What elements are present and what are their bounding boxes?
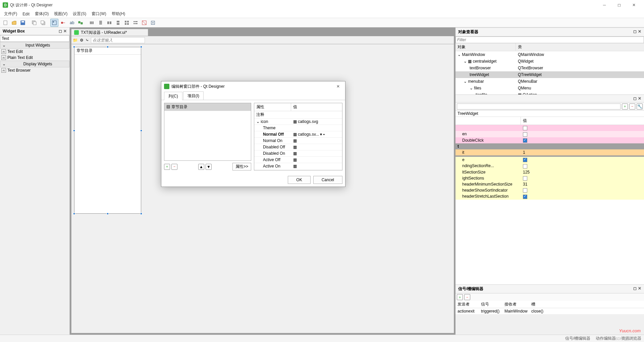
widget-section-input[interactable]: ⌄Input Widgets bbox=[0, 42, 69, 49]
layout-vsplit-icon[interactable] bbox=[114, 19, 122, 27]
bring-front-icon[interactable] bbox=[39, 19, 47, 27]
menu-edit[interactable]: Edit bbox=[20, 11, 32, 17]
property-row[interactable]: it1 bbox=[455, 149, 644, 155]
tab-columns[interactable]: 列(C) bbox=[164, 92, 182, 100]
layout-h-icon[interactable] bbox=[88, 19, 96, 27]
dialog-property-row[interactable]: 注释 bbox=[254, 111, 342, 119]
properties-toggle-button[interactable]: 属性>> bbox=[232, 163, 251, 170]
property-row[interactable]: DoubleClick bbox=[455, 137, 644, 143]
layout-hsplit-icon[interactable] bbox=[105, 19, 113, 27]
open-icon[interactable] bbox=[10, 19, 18, 27]
dialog-property-row[interactable]: Theme bbox=[254, 125, 342, 131]
dialog-property-table[interactable]: 属性 值 注释⌄ icon▦ catlogs.svgThemeNormal Of… bbox=[254, 103, 342, 170]
adjust-size-icon[interactable] bbox=[149, 19, 157, 27]
form-input[interactable] bbox=[91, 37, 145, 43]
dialog-property-row[interactable]: Normal Off▦ catlogs.sv... ▾ ▪ bbox=[254, 131, 342, 138]
menu-view[interactable]: 视图(V) bbox=[51, 10, 70, 17]
move-down-icon[interactable]: ▼ bbox=[206, 164, 212, 170]
layout-v-icon[interactable] bbox=[97, 19, 105, 27]
property-row[interactable]: ightSections bbox=[455, 175, 644, 181]
dock-float-icon[interactable]: ◻ bbox=[59, 29, 62, 33]
dock-float-icon[interactable]: ◻ bbox=[633, 29, 637, 35]
status-signal[interactable]: 信号/槽编辑器 bbox=[565, 336, 590, 341]
checkbox[interactable] bbox=[523, 188, 527, 193]
treewidget-on-canvas[interactable]: 章节目录 bbox=[74, 47, 141, 214]
object-row[interactable]: tionfile▦ QAction bbox=[455, 91, 644, 94]
signal-row[interactable]: actionexit triggered() MainWindow close(… bbox=[455, 308, 644, 314]
property-row[interactable]: e bbox=[455, 157, 644, 163]
dock-close-icon[interactable]: ✕ bbox=[638, 286, 641, 292]
exit-icon[interactable]: ⤷ bbox=[86, 38, 89, 43]
menu-window[interactable]: 窗口(W) bbox=[89, 10, 109, 17]
tab-items[interactable]: 项目(I) bbox=[183, 91, 204, 100]
menu-settings[interactable]: 设置(S) bbox=[70, 10, 89, 17]
layout-form-icon[interactable] bbox=[131, 19, 140, 27]
object-filter[interactable] bbox=[455, 37, 644, 43]
break-layout-icon[interactable] bbox=[140, 19, 148, 27]
cancel-button[interactable]: Cancel bbox=[313, 176, 342, 184]
property-filter[interactable] bbox=[457, 104, 621, 110]
dock-close-icon[interactable]: ✕ bbox=[63, 29, 67, 33]
dialog-close-icon[interactable]: ✕ bbox=[334, 83, 342, 89]
widget-section-display[interactable]: ⌄Display Widgets bbox=[0, 61, 69, 67]
gear-icon[interactable]: ⚙ bbox=[80, 38, 84, 43]
property-row[interactable]: headerShowSortIndicator bbox=[455, 187, 644, 193]
checkbox[interactable] bbox=[523, 176, 527, 181]
send-back-icon[interactable] bbox=[30, 19, 38, 27]
column-list-item[interactable]: ▤章节目录 bbox=[164, 103, 251, 111]
remove-signal-icon[interactable]: － bbox=[464, 294, 470, 300]
add-column-icon[interactable]: ＋ bbox=[164, 164, 170, 170]
edit-signals-icon[interactable] bbox=[59, 19, 67, 27]
object-row[interactable]: ⌄ ▦ centralwidgetQWidget bbox=[455, 58, 644, 65]
widget-item-textbrowser[interactable]: AIText Browser bbox=[0, 67, 69, 73]
ok-button[interactable]: OK bbox=[288, 176, 310, 184]
dialog-property-row[interactable]: Active Off▦ bbox=[254, 157, 342, 163]
menu-file[interactable]: 文件(F) bbox=[1, 10, 20, 17]
dialog-property-row[interactable]: Disabled On▦ bbox=[254, 150, 342, 157]
checkbox[interactable] bbox=[523, 158, 527, 162]
add-signal-icon[interactable]: ＋ bbox=[457, 294, 463, 300]
dock-float-icon[interactable]: ◻ bbox=[633, 286, 637, 292]
move-up-icon[interactable]: ▲ bbox=[198, 164, 204, 170]
close-button[interactable]: ✕ bbox=[627, 0, 641, 10]
object-row[interactable]: treeWidgetQTreeWidget bbox=[455, 71, 644, 78]
dock-float-icon[interactable]: ◻ bbox=[633, 96, 637, 101]
checkbox[interactable] bbox=[523, 132, 527, 137]
remove-column-icon[interactable]: － bbox=[171, 164, 177, 170]
widget-box-filter[interactable] bbox=[0, 35, 69, 42]
dock-close-icon[interactable]: ✕ bbox=[638, 96, 641, 101]
new-icon[interactable] bbox=[1, 19, 9, 27]
checkbox[interactable] bbox=[523, 195, 527, 199]
remove-prop-icon[interactable]: － bbox=[629, 104, 635, 110]
object-row[interactable]: ⌄ filesQMenu bbox=[455, 85, 644, 91]
dialog-property-row[interactable]: Active On▦ bbox=[254, 163, 342, 169]
column-list[interactable]: ▤章节目录 bbox=[164, 103, 251, 161]
widget-item-plaintextedit[interactable]: AIPlain Text Edit bbox=[0, 55, 69, 61]
property-row[interactable] bbox=[455, 125, 644, 131]
dialog-property-row[interactable]: ⌄ icon▦ catlogs.svg bbox=[254, 119, 342, 125]
add-prop-icon[interactable]: ＋ bbox=[622, 104, 628, 110]
property-row[interactable]: ltSectionSize125 bbox=[455, 169, 644, 175]
save-icon[interactable] bbox=[19, 19, 27, 27]
checkbox[interactable] bbox=[523, 164, 527, 168]
property-row[interactable]: headerMinimumSectionSize31 bbox=[455, 181, 644, 187]
object-row[interactable]: textBrowserQTextBrowser bbox=[455, 65, 644, 71]
property-row[interactable]: en bbox=[455, 131, 644, 137]
edit-tab-order-icon[interactable] bbox=[76, 19, 85, 27]
dialog-property-row[interactable]: Normal On▦ bbox=[254, 138, 342, 144]
config-prop-icon[interactable]: 🔧 bbox=[637, 104, 643, 110]
checkbox[interactable] bbox=[523, 138, 527, 143]
mdi-tab[interactable]: TXT阅读器 - UIReader.ui* bbox=[71, 29, 148, 36]
dock-close-icon[interactable]: ✕ bbox=[638, 29, 641, 35]
property-row[interactable]: headerStretchLastSection bbox=[455, 193, 644, 199]
folder-icon[interactable]: 📁 bbox=[73, 38, 78, 43]
checkbox[interactable] bbox=[523, 126, 527, 130]
object-tree[interactable]: ⌄ MainWindowQMainWindow⌄ ▦ centralwidget… bbox=[455, 51, 644, 94]
menu-form[interactable]: 窗体(O) bbox=[32, 10, 51, 17]
object-row[interactable]: ⌄ menubarQMenuBar bbox=[455, 78, 644, 85]
edit-widgets-icon[interactable] bbox=[50, 19, 58, 27]
object-row[interactable]: ⌄ MainWindowQMainWindow bbox=[455, 51, 644, 58]
minimize-button[interactable]: ─ bbox=[597, 0, 612, 10]
edit-buddies-icon[interactable]: ab bbox=[68, 19, 76, 27]
property-table[interactable]: enDoubleClicktit1endingSectionRe...ltSec… bbox=[455, 125, 644, 284]
